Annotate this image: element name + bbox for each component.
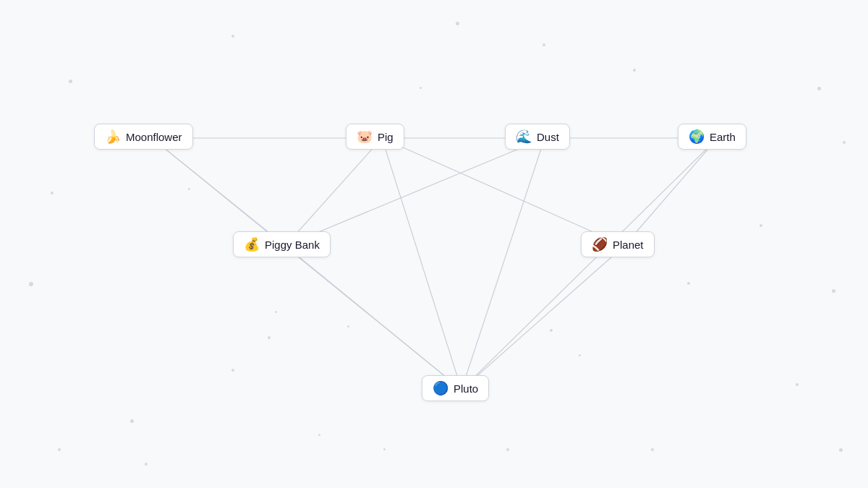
background-dot [51, 192, 54, 194]
background-dot [579, 354, 581, 356]
background-dot [188, 188, 190, 190]
background-dot [687, 282, 690, 285]
node-moonflower[interactable]: 🍌Moonflower [94, 124, 193, 150]
node-icon-piggybank: 💰 [244, 238, 260, 251]
edge-line [624, 138, 718, 246]
background-dot [231, 369, 234, 372]
background-dot [145, 463, 148, 466]
background-dot [506, 448, 509, 451]
edge-line [461, 138, 718, 390]
edge-line [286, 138, 545, 246]
background-dot [268, 336, 271, 339]
background-dot [275, 311, 277, 313]
edge-line [382, 138, 461, 390]
node-icon-pluto: 🔵 [433, 382, 448, 395]
node-icon-earth: 🌍 [689, 130, 705, 143]
edge-line [152, 138, 286, 246]
node-icon-pig: 🐷 [357, 130, 373, 143]
background-dot [633, 69, 636, 72]
background-dot [420, 87, 422, 89]
node-label-pluto: Pluto [454, 382, 478, 395]
background-dot [796, 383, 799, 386]
node-label-dust: Dust [537, 131, 559, 143]
node-icon-planet: 🏈 [592, 238, 608, 251]
background-dot [383, 448, 386, 450]
edge-line [286, 138, 383, 246]
node-label-piggybank: Piggy Bank [265, 239, 320, 251]
background-dot [29, 282, 33, 286]
node-label-earth: Earth [710, 131, 736, 143]
background-dot [347, 325, 349, 328]
connections-svg [0, 0, 868, 488]
background-dot [760, 224, 762, 227]
edge-line [382, 138, 624, 246]
edge-line [152, 138, 461, 390]
background-dot [58, 448, 61, 451]
background-dot [550, 329, 553, 332]
node-planet[interactable]: 🏈Planet [581, 231, 655, 257]
node-icon-moonflower: 🍌 [105, 130, 121, 143]
node-piggybank[interactable]: 💰Piggy Bank [233, 231, 331, 257]
background-dot [318, 434, 320, 436]
edge-line [461, 138, 545, 390]
edge-line [461, 246, 624, 390]
background-dot [231, 35, 234, 38]
background-dot [130, 419, 134, 423]
node-pluto[interactable]: 🔵Pluto [422, 375, 489, 401]
graph-canvas: 🍌Moonflower🐷Pig🌊Dust🌍Earth💰Piggy Bank🏈Pl… [0, 0, 868, 488]
background-dot [843, 141, 846, 144]
background-dot [817, 87, 821, 90]
background-dot [832, 289, 835, 293]
node-icon-dust: 🌊 [516, 130, 532, 143]
background-dot [839, 448, 843, 452]
node-label-moonflower: Moonflower [126, 131, 182, 143]
node-label-planet: Planet [613, 239, 644, 251]
edge-line [286, 246, 462, 390]
background-dot [69, 80, 72, 83]
background-dot [456, 22, 459, 25]
node-dust[interactable]: 🌊Dust [505, 124, 570, 150]
background-dot [542, 43, 545, 46]
node-earth[interactable]: 🌍Earth [678, 124, 746, 150]
node-pig[interactable]: 🐷Pig [346, 124, 404, 150]
background-dot [651, 448, 654, 451]
node-label-pig: Pig [378, 131, 393, 143]
